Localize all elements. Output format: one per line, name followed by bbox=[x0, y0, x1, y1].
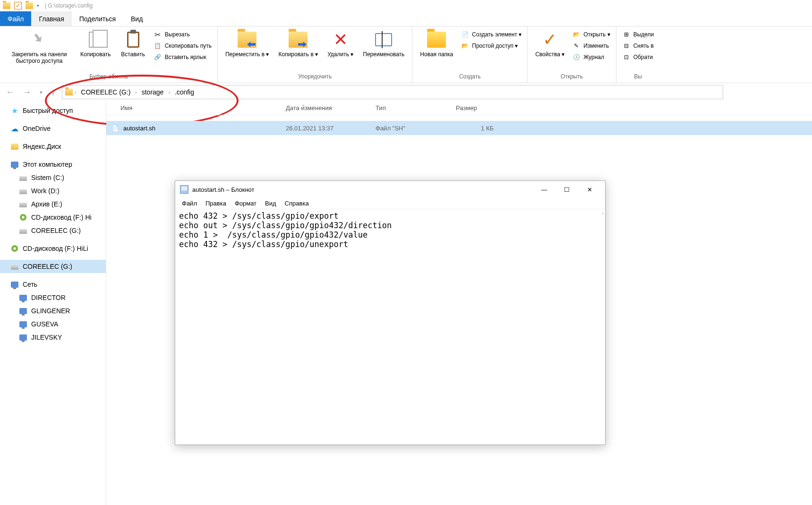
address-bar[interactable]: › COREELEC (G:) › storage › .config bbox=[62, 85, 723, 99]
sidebar-item-cd-f[interactable]: CD-дисковод (F:) Hi bbox=[0, 211, 106, 224]
sidebar-item-thispc[interactable]: Этот компьютер bbox=[0, 158, 106, 171]
tab-file[interactable]: Файл bbox=[0, 11, 31, 26]
menu-help[interactable]: Справка bbox=[281, 199, 313, 208]
delete-button[interactable]: ✕ Удалить ▾ bbox=[324, 28, 357, 60]
column-headers: Имя Дата изменения Тип Размер bbox=[106, 101, 812, 115]
title-bar: ✓ ▾ | G:\storage\.config bbox=[0, 0, 812, 11]
disc-icon bbox=[19, 213, 27, 222]
file-row-autostart[interactable]: 📄autostart.sh 26.01.2021 13:37 Файл "SH"… bbox=[106, 121, 812, 135]
sidebar-item-network[interactable]: Сеть bbox=[0, 278, 106, 291]
sidebar-item-net-director[interactable]: DIRECTOR bbox=[0, 291, 106, 304]
notepad-icon bbox=[180, 185, 188, 194]
ribbon-group-open: ✓ Свойства ▾ 📂Открыть ▾ ✎Изменить 🕓Журна… bbox=[528, 26, 616, 83]
breadcrumb-2[interactable]: .config bbox=[172, 87, 197, 97]
new-folder-button[interactable]: Новая папка bbox=[416, 28, 457, 60]
tab-share[interactable]: Поделиться bbox=[72, 11, 123, 26]
sidebar-item-drive-d[interactable]: Work (D:) bbox=[0, 184, 106, 197]
properties-button[interactable]: ✓ Свойства ▾ bbox=[531, 28, 568, 60]
col-name[interactable]: Имя bbox=[106, 104, 281, 111]
menu-edit[interactable]: Правка bbox=[202, 199, 230, 208]
ribbon-group-new: Новая папка 📄Создать элемент ▾ 📂Простой … bbox=[412, 26, 528, 83]
qat-dropdown-icon[interactable]: ▾ bbox=[37, 3, 39, 8]
file-icon: 📄 bbox=[111, 124, 120, 132]
notepad-textarea[interactable]: echo 432 > /sys/class/gpio/export echo o… bbox=[175, 209, 605, 445]
sidebar-item-net-jilevsky[interactable]: JILEVSKY bbox=[0, 331, 106, 344]
easy-access-button[interactable]: 📂Простой доступ ▾ bbox=[459, 41, 523, 51]
new-folder-icon bbox=[427, 32, 446, 48]
select-none-button[interactable]: ⊟Снять в bbox=[620, 41, 656, 51]
folder-icon bbox=[3, 2, 10, 9]
close-button[interactable]: ✕ bbox=[579, 182, 600, 197]
open-button[interactable]: 📂Открыть ▾ bbox=[570, 29, 612, 40]
check-icon[interactable]: ✓ bbox=[14, 2, 22, 9]
pin-quickaccess-button[interactable]: Закрепить на панели быстрого доступа bbox=[4, 28, 75, 66]
drive-icon bbox=[19, 187, 27, 195]
chevron-right-icon[interactable]: › bbox=[135, 90, 137, 95]
yandex-icon bbox=[10, 142, 19, 151]
sidebar-item-drive-g[interactable]: COREELEC (G:) bbox=[0, 224, 106, 237]
computer-icon bbox=[19, 333, 27, 342]
folder-icon bbox=[65, 89, 73, 95]
sidebar-item-cd-f2[interactable]: CD-дисковод (F:) HiLi bbox=[0, 242, 106, 255]
copy-path-button[interactable]: 📋Скопировать путь bbox=[152, 41, 214, 51]
rename-icon bbox=[375, 33, 392, 46]
cut-button[interactable]: ✂Вырезать bbox=[152, 29, 214, 40]
copy-button[interactable]: Копировать bbox=[77, 28, 115, 60]
title-path: | G:\storage\.config bbox=[45, 2, 93, 9]
chevron-right-icon[interactable]: › bbox=[75, 90, 76, 95]
menu-format[interactable]: Формат bbox=[231, 199, 260, 208]
sidebar-item-quickaccess[interactable]: ★Быстрый доступ bbox=[0, 104, 106, 117]
drive-icon bbox=[19, 173, 27, 182]
maximize-button[interactable]: ☐ bbox=[556, 182, 578, 197]
sidebar-item-net-guseva[interactable]: GUSEVA bbox=[0, 317, 106, 331]
paste-button[interactable]: Вставить bbox=[117, 28, 150, 60]
sidebar-item-drive-c[interactable]: Sistem (C:) bbox=[0, 171, 106, 184]
col-date[interactable]: Дата изменения bbox=[281, 104, 371, 111]
edit-icon: ✎ bbox=[572, 42, 581, 50]
clipboard-icon bbox=[127, 32, 139, 48]
new-item-button[interactable]: 📄Создать элемент ▾ bbox=[459, 29, 523, 40]
notepad-titlebar[interactable]: autostart.sh – Блокнот — ☐ ✕ bbox=[175, 181, 605, 198]
scissors-icon: ✂ bbox=[154, 30, 162, 39]
ribbon-group-select: ⊞Выдели ⊟Снять в ⊡Обрати Вы bbox=[616, 26, 660, 83]
paste-shortcut-button[interactable]: 🔗Вставить ярлык bbox=[152, 52, 214, 62]
ribbon-group-clipboard: Закрепить на панели быстрого доступа Коп… bbox=[0, 26, 218, 83]
col-type[interactable]: Тип bbox=[371, 104, 451, 111]
scroll-up-icon[interactable]: ▴ bbox=[601, 210, 604, 215]
expand-caret-icon[interactable]: ⌃ bbox=[301, 104, 305, 109]
sidebar-item-coreelec[interactable]: COREELEC (G:) bbox=[0, 260, 106, 273]
computer-icon bbox=[19, 320, 27, 328]
back-button[interactable]: ← bbox=[4, 87, 16, 97]
ribbon-group-organize: Переместить в ▾ Копировать в ▾ ✕ Удалить… bbox=[218, 26, 412, 83]
chevron-right-icon[interactable]: › bbox=[168, 90, 170, 95]
tab-home[interactable]: Главная bbox=[31, 11, 71, 26]
pin-icon bbox=[30, 31, 49, 49]
menu-view[interactable]: Вид bbox=[261, 199, 280, 208]
move-to-button[interactable]: Переместить в ▾ bbox=[222, 28, 273, 60]
up-button[interactable]: ↑ bbox=[49, 87, 57, 97]
edit-button[interactable]: ✎Изменить bbox=[570, 41, 612, 51]
sidebar-item-net-glingener[interactable]: GLINGENER bbox=[0, 304, 106, 317]
sidebar-item-yandex[interactable]: Яндекс.Диск bbox=[0, 140, 106, 153]
menu-file[interactable]: Файл bbox=[178, 199, 201, 208]
drive-icon bbox=[10, 262, 19, 271]
sidebar-item-onedrive[interactable]: ☁OneDrive bbox=[0, 122, 106, 135]
history-button[interactable]: 🕓Журнал bbox=[570, 52, 612, 62]
recent-dropdown[interactable]: ▾ bbox=[38, 89, 44, 95]
rename-button[interactable]: Переименовать bbox=[359, 28, 408, 60]
breadcrumb-0[interactable]: COREELEC (G:) bbox=[78, 87, 133, 97]
easy-access-icon: 📂 bbox=[461, 42, 469, 50]
breadcrumb-1[interactable]: storage bbox=[139, 87, 167, 97]
forward-button[interactable]: → bbox=[21, 87, 33, 97]
invert-selection-button[interactable]: ⊡Обрати bbox=[620, 52, 656, 62]
ribbon: Закрепить на панели быстрого доступа Коп… bbox=[0, 26, 812, 83]
copy-to-button[interactable]: Копировать в ▾ bbox=[274, 28, 322, 60]
col-size[interactable]: Размер bbox=[451, 104, 498, 111]
tab-view[interactable]: Вид bbox=[123, 11, 150, 26]
ribbon-tabs: Файл Главная Поделиться Вид bbox=[0, 11, 812, 26]
sidebar-item-drive-e[interactable]: Архив (E:) bbox=[0, 197, 106, 211]
delete-icon: ✕ bbox=[333, 30, 348, 50]
select-all-button[interactable]: ⊞Выдели bbox=[620, 29, 656, 40]
minimize-button[interactable]: — bbox=[533, 182, 555, 197]
select-none-icon: ⊟ bbox=[622, 42, 631, 50]
